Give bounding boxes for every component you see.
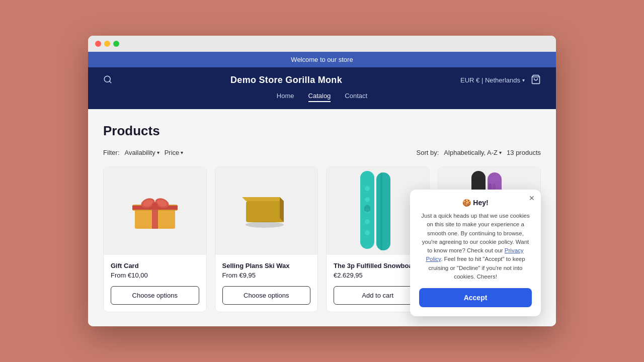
filter-left: Filter: Availability ▾ Price ▾ — [103, 149, 183, 156]
product-price: €2.629,95 — [334, 272, 422, 279]
price-filter[interactable]: Price ▾ — [165, 149, 184, 156]
gift-box-image — [130, 191, 180, 231]
cart-icon-btn[interactable] — [531, 74, 541, 86]
browser-titlebar — [88, 36, 556, 52]
cookie-text: Just a quick heads up that we use cookie… — [419, 212, 532, 281]
accept-cookies-button[interactable]: Accept — [419, 288, 532, 307]
sort-label: Sort by: — [417, 149, 439, 156]
filter-bar: Filter: Availability ▾ Price ▾ Sort by: … — [103, 149, 541, 156]
svg-rect-12 — [246, 201, 284, 222]
announcement-bar: Welcome to our store — [88, 52, 556, 67]
nav-catalog[interactable]: Catalog — [308, 92, 331, 102]
add-to-cart-button-snowboard[interactable]: Add to cart — [334, 286, 422, 305]
sort-selector[interactable]: Alphabetically, A-Z ▾ — [444, 149, 502, 156]
choose-options-button-gift-card[interactable]: Choose options — [111, 286, 199, 305]
minimize-dot[interactable] — [104, 41, 110, 47]
announcement-text: Welcome to our store — [291, 56, 353, 63]
cookie-title-text: Hey! — [473, 199, 488, 207]
search-icon-btn[interactable] — [103, 75, 112, 86]
svg-point-17 — [365, 186, 370, 191]
header-right: EUR € | Netherlands ▾ — [460, 74, 541, 86]
currency-selector[interactable]: EUR € | Netherlands ▾ — [460, 76, 525, 84]
cookie-popup: ✕ 🍪 Hey! Just a quick heads up that we u… — [410, 190, 541, 316]
cookie-emoji: 🍪 — [462, 199, 471, 207]
maximize-dot[interactable] — [113, 41, 119, 47]
svg-marker-14 — [280, 197, 284, 222]
page-title: Products — [103, 123, 541, 139]
product-card-gift-card: Gift Card From €10,00 Choose options — [103, 166, 207, 312]
cookie-close-button[interactable]: ✕ — [529, 195, 535, 202]
product-name: The 3p Fulfilled Snowboard — [334, 262, 422, 269]
product-card-ski-wax: Selling Plans Ski Wax From €9,95 Choose … — [215, 166, 318, 312]
svg-point-20 — [365, 219, 370, 224]
currency-text: EUR € | Netherlands — [460, 76, 520, 84]
product-price: From €9,95 — [222, 272, 311, 279]
cookie-title: 🍪 Hey! — [419, 199, 532, 207]
availability-filter[interactable]: Availability ▾ — [125, 149, 159, 156]
main-content: Products Filter: Availability ▾ Price ▾ … — [88, 109, 556, 326]
product-image-ski-wax — [215, 167, 318, 255]
product-action-snowboard: Add to cart — [334, 286, 422, 305]
product-action-ski-wax: Choose options — [222, 286, 311, 305]
product-image-gift-card — [104, 167, 206, 255]
cookie-text-after: . Feel free to hit "Accept" to keep crui… — [429, 256, 525, 280]
header-nav: Home Catalog Contact — [103, 92, 541, 102]
svg-point-11 — [152, 202, 157, 207]
product-action-gift-card: Choose options — [111, 286, 199, 305]
sort-chevron-icon: ▾ — [499, 150, 502, 155]
svg-rect-25 — [380, 172, 382, 250]
svg-rect-24 — [376, 172, 390, 250]
filter-right: Sort by: Alphabetically, A-Z ▾ 13 produc… — [417, 149, 541, 156]
header-top: Demo Store Gorilla Monk EUR € | Netherla… — [103, 74, 541, 86]
products-count: 13 products — [507, 149, 541, 156]
choose-options-button-ski-wax[interactable]: Choose options — [222, 286, 311, 305]
product-name: Selling Plans Ski Wax — [222, 262, 311, 269]
svg-point-21 — [365, 230, 370, 235]
ski-wax-image — [238, 191, 294, 231]
browser-window: Welcome to our store Demo Store Gorilla … — [88, 36, 556, 326]
product-name: Gift Card — [111, 262, 199, 269]
nav-contact[interactable]: Contact — [345, 92, 367, 102]
store-header: Demo Store Gorilla Monk EUR € | Netherla… — [88, 67, 556, 109]
availability-chevron-icon: ▾ — [157, 150, 159, 155]
svg-marker-13 — [242, 197, 284, 201]
svg-point-18 — [365, 197, 370, 202]
product-price: From €10,00 — [111, 272, 199, 279]
product-info-gift-card: Gift Card From €10,00 — [104, 255, 206, 286]
svg-point-15 — [246, 222, 284, 228]
close-dot[interactable] — [95, 41, 101, 47]
store-title: Demo Store Gorilla Monk — [230, 75, 342, 85]
currency-chevron-icon: ▾ — [522, 77, 525, 83]
price-chevron-icon: ▾ — [181, 150, 183, 155]
filter-label: Filter: — [103, 149, 120, 156]
product-info-ski-wax: Selling Plans Ski Wax From €9,95 — [215, 255, 318, 286]
svg-line-1 — [109, 81, 111, 82]
snowboard-image — [350, 168, 406, 254]
nav-home[interactable]: Home — [277, 92, 294, 102]
